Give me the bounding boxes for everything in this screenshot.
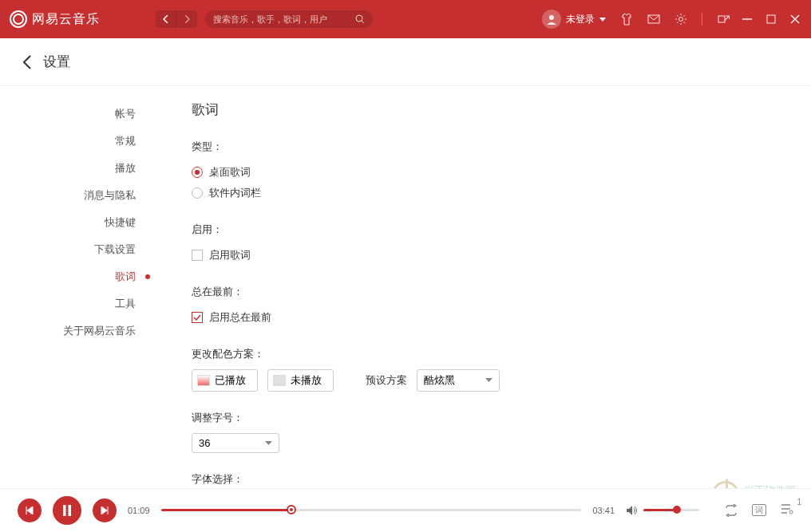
checkbox-icon (192, 250, 203, 261)
nav-history-buttons (156, 10, 197, 28)
select-font-size[interactable]: 36 (192, 433, 279, 453)
topbar-right: 未登录 (542, 10, 801, 29)
svg-rect-9 (69, 505, 72, 516)
color-scheme-row: 已播放 未播放 预设方案 酷炫黑 (192, 369, 779, 392)
playlist-icon (781, 502, 793, 515)
minimize-icon[interactable] (741, 13, 754, 26)
sidebar-item-tools[interactable]: 工具 (0, 290, 160, 317)
volume-thumb[interactable] (673, 506, 681, 514)
volume-icon[interactable] (626, 505, 639, 516)
page-header: 设置 (0, 38, 811, 86)
player-bar: 01:09 03:41 词 1 (0, 488, 811, 531)
field-font-family: 字体选择： 微软雅黑 (192, 472, 779, 488)
field-color-scheme: 更改配色方案： 已播放 未播放 预设方案 酷炫黑 (192, 347, 779, 392)
checkbox-enable-lyrics[interactable]: 启用歌词 (192, 245, 779, 266)
sidebar-item-download[interactable]: 下载设置 (0, 236, 160, 263)
next-icon (101, 506, 109, 514)
field-enable: 启用： 启用歌词 (192, 223, 779, 266)
logo-icon (10, 10, 27, 28)
app-name: 网易云音乐 (32, 11, 100, 28)
nav-forward-button[interactable] (176, 10, 197, 28)
search-input[interactable] (213, 14, 355, 24)
back-button[interactable] (22, 55, 32, 69)
radio-icon (192, 187, 203, 199)
progress-fill (161, 509, 291, 511)
svg-rect-8 (63, 505, 66, 516)
svg-rect-7 (767, 15, 775, 23)
radio-desktop-lyrics[interactable]: 桌面歌词 (192, 162, 779, 183)
avatar-icon (542, 10, 561, 29)
color-unplayed-label: 未播放 (291, 373, 322, 388)
volume-control (626, 505, 699, 516)
checkbox-icon (192, 312, 203, 323)
radio-inapp-lyrics[interactable]: 软件内词栏 (192, 183, 779, 203)
color-unplayed-button[interactable]: 未播放 (267, 369, 334, 392)
search-box[interactable] (205, 10, 373, 28)
checkbox-always-ontop[interactable]: 启用总在最前 (192, 307, 779, 328)
app-logo: 网易云音乐 (10, 10, 100, 28)
volume-bar[interactable] (643, 509, 699, 511)
loop-mode-icon[interactable] (725, 504, 738, 517)
next-track-button[interactable] (93, 499, 117, 522)
checkbox-label: 启用歌词 (209, 248, 251, 262)
volume-fill (643, 509, 677, 511)
mail-icon[interactable] (647, 13, 660, 26)
player-right-controls: 词 1 (725, 502, 793, 518)
color-swatch-played (197, 375, 210, 386)
user-login-button[interactable]: 未登录 (542, 10, 606, 29)
page-title: 设置 (43, 53, 70, 71)
sidebar-item-about[interactable]: 关于网易云音乐 (0, 317, 160, 345)
skin-icon[interactable] (620, 13, 633, 26)
settings-content: 歌词 类型： 桌面歌词 软件内词栏 启用： 启用歌词 总在最前： (160, 86, 811, 488)
chevron-down-icon (265, 441, 272, 446)
svg-point-2 (549, 15, 554, 20)
label-color-scheme: 更改配色方案： (192, 347, 779, 361)
lyrics-toggle-button[interactable]: 词 (752, 504, 766, 516)
color-swatch-unplayed (273, 375, 286, 386)
checkbox-label: 启用总在最前 (209, 310, 271, 325)
radio-label: 桌面歌词 (209, 165, 251, 179)
sidebar-item-shortcuts[interactable]: 快捷键 (0, 209, 160, 236)
progress-thumb[interactable] (287, 505, 296, 514)
window-controls (717, 13, 801, 26)
progress-bar[interactable] (161, 509, 582, 511)
sidebar-item-playback[interactable]: 播放 (0, 155, 160, 182)
select-preset-scheme[interactable]: 酷炫黑 (417, 369, 500, 392)
svg-rect-5 (718, 16, 725, 22)
prev-icon (26, 506, 34, 514)
sidebar-item-lyrics[interactable]: 歌词 (0, 263, 160, 290)
label-ontop: 总在最前： (192, 285, 779, 299)
maximize-icon[interactable] (765, 13, 777, 26)
section-title-lyrics: 歌词 (192, 100, 779, 119)
sidebar-item-account[interactable]: 帐号 (0, 100, 160, 128)
nav-back-button[interactable] (156, 10, 176, 28)
time-current: 01:09 (128, 506, 150, 515)
play-pause-button[interactable] (53, 496, 81, 525)
sidebar-item-privacy[interactable]: 消息与隐私 (0, 182, 160, 209)
field-type: 类型： 桌面歌词 软件内词栏 (192, 140, 779, 203)
svg-point-4 (679, 18, 683, 22)
svg-line-1 (362, 21, 364, 23)
radio-icon (192, 167, 203, 178)
mini-mode-icon[interactable] (717, 13, 730, 26)
close-icon[interactable] (789, 13, 801, 26)
time-total: 03:41 (592, 506, 615, 515)
field-font-size: 调整字号： 36 (192, 411, 779, 453)
label-preset: 预设方案 (366, 373, 407, 388)
label-enable: 启用： (192, 223, 779, 237)
main-area: 帐号 常规 播放 消息与隐私 快捷键 下载设置 歌词 工具 关于网易云音乐 歌词… (0, 86, 811, 488)
settings-gear-icon[interactable] (675, 13, 687, 26)
search-icon[interactable] (355, 14, 365, 24)
caret-down-icon (599, 18, 606, 22)
settings-sidebar: 帐号 常规 播放 消息与隐私 快捷键 下载设置 歌词 工具 关于网易云音乐 (0, 86, 160, 488)
chevron-right-icon (184, 15, 190, 23)
sidebar-item-general[interactable]: 常规 (0, 128, 160, 155)
radio-label: 软件内词栏 (209, 186, 261, 200)
playlist-button[interactable]: 1 (781, 502, 793, 518)
prev-track-button[interactable] (18, 499, 42, 522)
svg-point-10 (789, 510, 793, 514)
chevron-down-icon (485, 378, 493, 383)
color-played-button[interactable]: 已播放 (192, 369, 258, 392)
chevron-left-icon (163, 15, 169, 23)
playlist-count-badge: 1 (797, 498, 801, 506)
